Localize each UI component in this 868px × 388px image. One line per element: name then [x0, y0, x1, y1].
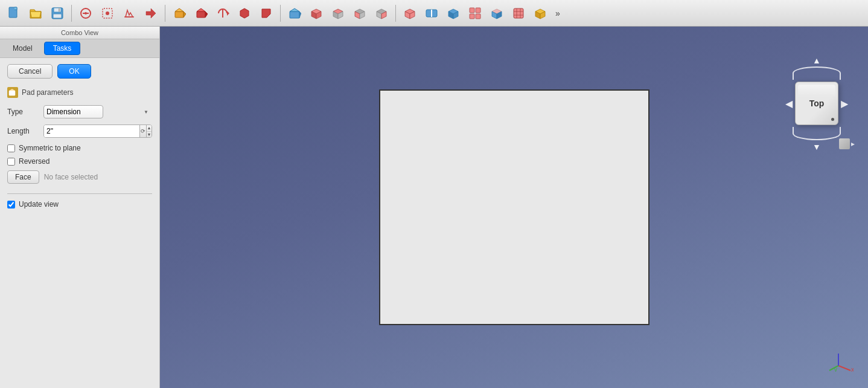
type-label: Type: [7, 108, 43, 116]
3dview-button[interactable]: [508, 3, 529, 24]
svg-marker-15: [183, 11, 186, 18]
svg-marker-21: [240, 8, 249, 18]
pad-params-label: Pad parameters: [22, 88, 73, 97]
toolbar: »: [0, 0, 868, 27]
toolbar-icon-1[interactable]: [75, 3, 96, 24]
cube-corner-dot: [831, 118, 834, 121]
combo-view-label: Combo View: [61, 29, 98, 36]
svg-rect-5: [53, 14, 62, 18]
open-file-button[interactable]: [25, 3, 46, 24]
toolbar-more-button[interactable]: »: [552, 6, 564, 21]
tab-bar: Model Tasks: [0, 39, 159, 58]
nav-arrow-right[interactable]: ▶: [841, 98, 848, 109]
face-placeholder: No face selected: [44, 173, 98, 181]
nav-arrow-up[interactable]: ▲: [812, 56, 821, 65]
axis-indicator: x y: [823, 348, 854, 373]
section-button[interactable]: [421, 3, 442, 24]
new-file-button[interactable]: [4, 3, 24, 24]
measure-button[interactable]: [443, 3, 464, 24]
combo-view-header: Combo View: [0, 27, 159, 39]
part-button[interactable]: [530, 3, 550, 24]
nav-cube-face[interactable]: Top: [795, 82, 838, 125]
nav-cube-label: Top: [809, 99, 825, 108]
svg-marker-37: [9, 89, 15, 91]
sketch-button[interactable]: [97, 3, 118, 24]
pad-params-header: Pad parameters: [7, 87, 152, 98]
type-select[interactable]: Dimension To Last To First Two Dimension…: [43, 105, 103, 118]
nav-arc-bottom-row: [793, 127, 841, 140]
view-iso-button[interactable]: [306, 3, 327, 24]
ok-button[interactable]: OK: [57, 64, 91, 79]
left-panel: Combo View Model Tasks Cancel OK Pad par…: [0, 27, 160, 388]
length-spin-down[interactable]: ▼: [147, 132, 152, 138]
svg-marker-19: [227, 11, 229, 16]
update-view-row: Update view: [7, 200, 152, 209]
view-top-button[interactable]: [328, 3, 348, 24]
reversed-label[interactable]: Reversed: [19, 157, 49, 166]
save-file-button[interactable]: [47, 3, 68, 24]
chamfer-button[interactable]: [256, 3, 276, 24]
svg-rect-36: [9, 91, 15, 95]
cancel-button[interactable]: Cancel: [7, 64, 53, 79]
nav-arrow-down[interactable]: ▼: [812, 142, 821, 152]
tab-tasks[interactable]: Tasks: [44, 42, 81, 55]
reversed-checkbox[interactable]: [7, 158, 15, 166]
length-cycle-button[interactable]: ⟳: [139, 125, 146, 137]
svg-rect-27: [470, 8, 474, 13]
length-input[interactable]: [44, 125, 139, 137]
svg-rect-20: [222, 9, 223, 18]
length-spin-up[interactable]: ▲: [147, 125, 152, 132]
main-layout: Combo View Model Tasks Cancel OK Pad par…: [0, 27, 868, 388]
reversed-row: Reversed: [7, 157, 152, 166]
symmetric-checkbox[interactable]: [7, 144, 15, 152]
length-input-group: ⟳ ▲ ▼: [43, 124, 152, 138]
nav-cube-middle: ◀ Top ▶: [785, 82, 848, 125]
svg-line-38: [838, 366, 850, 370]
nav-arc-row: [793, 66, 841, 80]
nav-arrow-left[interactable]: ◀: [785, 98, 793, 109]
spreadsheet-button[interactable]: [487, 3, 507, 24]
svg-marker-12: [146, 8, 156, 18]
pad-icon: [7, 87, 18, 98]
symmetric-label[interactable]: Symmetric to plane: [19, 144, 81, 152]
toolbar-sep-4: [395, 5, 396, 22]
svg-rect-22: [290, 11, 299, 18]
length-row: Length ⟳ ▲ ▼: [7, 124, 152, 138]
pocket-button[interactable]: [191, 3, 211, 24]
panel-divider: [7, 193, 152, 194]
view-front-button[interactable]: [349, 3, 370, 24]
view-right-button[interactable]: [371, 3, 392, 24]
length-label: Length: [7, 127, 43, 135]
rev-tool-button[interactable]: [212, 3, 233, 24]
svg-rect-30: [476, 14, 480, 19]
svg-marker-23: [290, 8, 299, 11]
nav-cube-expand[interactable]: ▸: [851, 140, 855, 148]
update-view-checkbox[interactable]: [7, 201, 15, 209]
small-cube[interactable]: [839, 138, 850, 149]
sketch-plane: [379, 89, 649, 325]
nav-arrows-top: ▲: [812, 56, 821, 65]
svg-point-10: [106, 11, 109, 15]
fillet-button[interactable]: [234, 3, 255, 24]
toolbar-sep-1: [71, 5, 72, 22]
face-row: Face No face selected: [7, 170, 152, 184]
type-row: Type Dimension To Last To First Two Dime…: [7, 105, 152, 118]
toolbar-sep-2: [165, 5, 165, 22]
pad-button[interactable]: [169, 3, 190, 24]
svg-point-8: [85, 12, 87, 15]
update-view-label[interactable]: Update view: [19, 200, 59, 209]
grids-button[interactable]: [400, 3, 420, 24]
point-tool-button[interactable]: [119, 3, 139, 24]
assembly-button[interactable]: [465, 3, 485, 24]
axis-x-label: x: [851, 366, 854, 372]
face-button[interactable]: Face: [7, 170, 39, 184]
view3d-button[interactable]: [284, 3, 305, 24]
svg-rect-13: [175, 11, 183, 18]
viewport[interactable]: ▲ ◀ Top ▶ ▼ ▸: [160, 27, 868, 388]
svg-marker-24: [299, 11, 301, 18]
svg-marker-18: [205, 11, 208, 18]
length-spin: ▲ ▼: [146, 125, 152, 137]
nav-bottom-row: ▼: [812, 142, 821, 152]
tab-model[interactable]: Model: [4, 42, 42, 55]
line-tool-button[interactable]: [141, 3, 161, 24]
